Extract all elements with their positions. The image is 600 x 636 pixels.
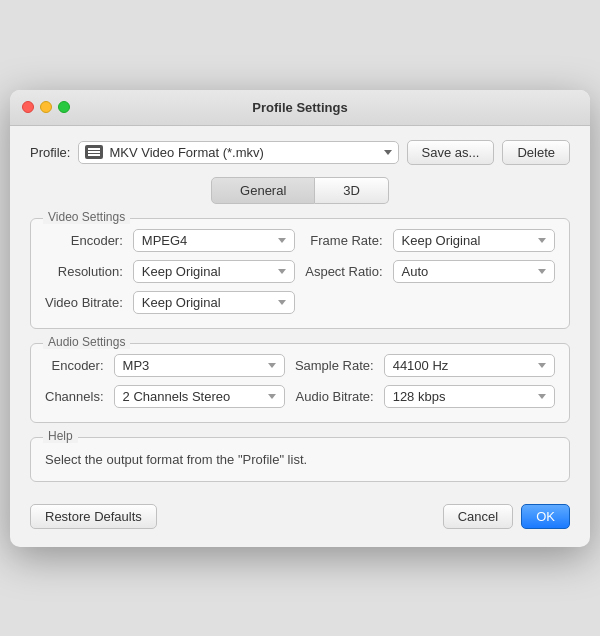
resolution-chevron-icon bbox=[278, 269, 286, 274]
aspect-ratio-select[interactable]: Auto bbox=[393, 260, 555, 283]
footer-right: Cancel OK bbox=[443, 504, 570, 529]
save-as-button[interactable]: Save as... bbox=[407, 140, 495, 165]
channels-select[interactable]: 2 Channels Stereo bbox=[114, 385, 285, 408]
encoder-select[interactable]: MPEG4 bbox=[133, 229, 295, 252]
audio-encoder-label: Encoder: bbox=[45, 358, 104, 373]
title-bar: Profile Settings bbox=[10, 90, 590, 126]
resolution-label: Resolution: bbox=[45, 264, 123, 279]
main-content: Profile: MKV Video Format (*.mkv) Save a… bbox=[10, 126, 590, 547]
profile-select[interactable]: MKV Video Format (*.mkv) bbox=[78, 141, 398, 164]
audio-bitrate-value: 128 kbps bbox=[393, 389, 532, 404]
profile-chevron-icon bbox=[384, 150, 392, 155]
sample-rate-value: 44100 Hz bbox=[393, 358, 532, 373]
resolution-select[interactable]: Keep Original bbox=[133, 260, 295, 283]
channels-value: 2 Channels Stereo bbox=[123, 389, 262, 404]
encoder-value: MPEG4 bbox=[142, 233, 272, 248]
profile-label: Profile: bbox=[30, 145, 70, 160]
audio-settings-grid: Encoder: MP3 Sample Rate: 44100 Hz Chann… bbox=[45, 354, 555, 408]
tabs-row: General 3D bbox=[30, 177, 570, 204]
window-title: Profile Settings bbox=[252, 100, 347, 115]
footer: Restore Defaults Cancel OK bbox=[30, 496, 570, 531]
frame-rate-label: Frame Rate: bbox=[305, 233, 382, 248]
audio-bitrate-chevron-icon bbox=[538, 394, 546, 399]
channels-label: Channels: bbox=[45, 389, 104, 404]
frame-rate-value: Keep Original bbox=[402, 233, 532, 248]
aspect-ratio-label: Aspect Ratio: bbox=[305, 264, 382, 279]
video-settings-grid: Encoder: MPEG4 Frame Rate: Keep Original… bbox=[45, 229, 555, 314]
close-button[interactable] bbox=[22, 101, 34, 113]
audio-bitrate-label: Audio Bitrate: bbox=[295, 389, 374, 404]
minimize-button[interactable] bbox=[40, 101, 52, 113]
traffic-lights bbox=[22, 101, 70, 113]
aspect-ratio-chevron-icon bbox=[538, 269, 546, 274]
frame-rate-chevron-icon bbox=[538, 238, 546, 243]
sample-rate-label: Sample Rate: bbox=[295, 358, 374, 373]
channels-chevron-icon bbox=[268, 394, 276, 399]
delete-button[interactable]: Delete bbox=[502, 140, 570, 165]
help-text: Select the output format from the "Profi… bbox=[45, 452, 555, 467]
video-settings-section: Video Settings Encoder: MPEG4 Frame Rate… bbox=[30, 218, 570, 329]
audio-encoder-value: MP3 bbox=[123, 358, 262, 373]
video-bitrate-value: Keep Original bbox=[142, 295, 272, 310]
video-settings-title: Video Settings bbox=[43, 210, 130, 224]
restore-defaults-button[interactable]: Restore Defaults bbox=[30, 504, 157, 529]
help-title: Help bbox=[43, 429, 78, 443]
mkv-icon bbox=[85, 145, 103, 159]
cancel-button[interactable]: Cancel bbox=[443, 504, 513, 529]
video-bitrate-label: Video Bitrate: bbox=[45, 295, 123, 310]
encoder-label: Encoder: bbox=[45, 233, 123, 248]
sample-rate-chevron-icon bbox=[538, 363, 546, 368]
help-section: Help Select the output format from the "… bbox=[30, 437, 570, 482]
resolution-value: Keep Original bbox=[142, 264, 272, 279]
profile-value: MKV Video Format (*.mkv) bbox=[109, 145, 377, 160]
maximize-button[interactable] bbox=[58, 101, 70, 113]
audio-encoder-select[interactable]: MP3 bbox=[114, 354, 285, 377]
audio-bitrate-select[interactable]: 128 kbps bbox=[384, 385, 555, 408]
frame-rate-select[interactable]: Keep Original bbox=[393, 229, 555, 252]
profile-row: Profile: MKV Video Format (*.mkv) Save a… bbox=[30, 140, 570, 165]
video-bitrate-chevron-icon bbox=[278, 300, 286, 305]
audio-encoder-chevron-icon bbox=[268, 363, 276, 368]
video-bitrate-select[interactable]: Keep Original bbox=[133, 291, 295, 314]
tab-3d[interactable]: 3D bbox=[315, 177, 389, 204]
sample-rate-select[interactable]: 44100 Hz bbox=[384, 354, 555, 377]
aspect-ratio-value: Auto bbox=[402, 264, 532, 279]
audio-settings-title: Audio Settings bbox=[43, 335, 130, 349]
encoder-chevron-icon bbox=[278, 238, 286, 243]
ok-button[interactable]: OK bbox=[521, 504, 570, 529]
audio-settings-section: Audio Settings Encoder: MP3 Sample Rate:… bbox=[30, 343, 570, 423]
profile-settings-window: Profile Settings Profile: MKV Video Form… bbox=[10, 90, 590, 547]
tab-general[interactable]: General bbox=[211, 177, 315, 204]
